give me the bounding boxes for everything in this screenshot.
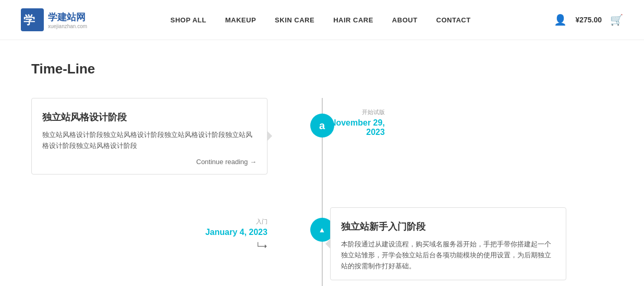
card-box-1: 独立站风格设计阶段 独立站风格设计阶段独立站风格设计阶段独立站风格设计阶段独立站… [31,98,268,175]
logo-subtitle: xuejianzhan.com [48,23,87,29]
circle-letter-1: a [319,120,325,132]
header: 学 学建站网 xuejianzhan.com SHOP ALL MAKEUP S… [0,0,644,40]
timeline-item-2: 入门 January 4, 2023 ⮡ ▲ 独立站新手入门阶段 本 [31,207,613,286]
timeline-center-1: a [310,114,334,138]
main-content: Time-Line 独立站风格设计阶段 独立站风格设计阶段独立站风格设计阶段独立… [0,40,644,286]
date-subtitle-2: 入门 [205,218,268,226]
card-title-2: 独立站新手入门阶段 [341,220,555,233]
circle-icon-arrow: ▲ [319,226,326,234]
page-title: Time-Line [31,61,613,77]
cursor-indicator: ⮡ [257,241,268,253]
svg-text:学: 学 [23,14,35,27]
date-label-2: 入门 January 4, 2023 [205,218,268,237]
cart-icon[interactable]: 🛒 [610,14,623,26]
item1-right-section: 开始试版 November 29, 2023 [299,98,566,137]
logo-icon: 学 [21,8,44,31]
circle-icon-1: a [310,114,334,138]
date-main-1: November 29, 2023 [330,118,385,137]
connector-line-2 [322,207,323,218]
item1-left-section: 独立站风格设计阶段 独立站风格设计阶段独立站风格设计阶段独立站风格设计阶段独立站… [31,98,299,175]
nav-hair-care[interactable]: HAIR CARE [333,16,373,24]
continue-reading-1[interactable]: Continue reading → [42,158,257,166]
logo[interactable]: 学 学建站网 xuejianzhan.com [21,8,87,31]
item2-right-section: 独立站新手入门阶段 本阶段通过从建设流程，购买域名服务器开始，手把手带你搭建起一… [299,207,566,280]
nav-makeup[interactable]: MAKEUP [225,16,256,24]
card-body-1: 独立站风格设计阶段独立站风格设计阶段独立站风格设计阶段独立站风格设计阶段独立站风… [42,130,257,152]
nav-skin-care[interactable]: SKIN CARE [275,16,314,24]
date-subtitle-1: 开始试版 [330,108,385,116]
card-title-1: 独立站风格设计阶段 [42,111,257,123]
logo-title: 学建站网 [48,11,87,23]
item2-left-section: 入门 January 4, 2023 ⮡ [31,207,299,253]
nav-contact[interactable]: CONTACT [436,16,471,24]
main-nav: SHOP ALL MAKEUP SKIN CARE HAIR CARE ABOU… [171,16,471,24]
date-main-2: January 4, 2023 [205,228,268,237]
date-label-1: 开始试版 November 29, 2023 [330,108,385,137]
card-box-2: 独立站新手入门阶段 本阶段通过从建设流程，购买域名服务器开始，手把手带你搭建起一… [330,207,566,280]
user-icon[interactable]: 👤 [554,14,567,26]
timeline: 独立站风格设计阶段 独立站风格设计阶段独立站风格设计阶段独立站风格设计阶段独立站… [31,98,613,286]
nav-shop-all[interactable]: SHOP ALL [171,16,206,24]
header-right: 👤 ¥275.00 🛒 [554,14,623,26]
timeline-item-1: 独立站风格设计阶段 独立站风格设计阶段独立站风格设计阶段独立站风格设计阶段独立站… [31,98,613,181]
cart-price: ¥275.00 [575,16,602,24]
card-body-2: 本阶段通过从建设流程，购买域名服务器开始，手把手带你搭建起一个独立站雏形，开学会… [341,239,555,271]
nav-about[interactable]: ABOUT [392,16,418,24]
